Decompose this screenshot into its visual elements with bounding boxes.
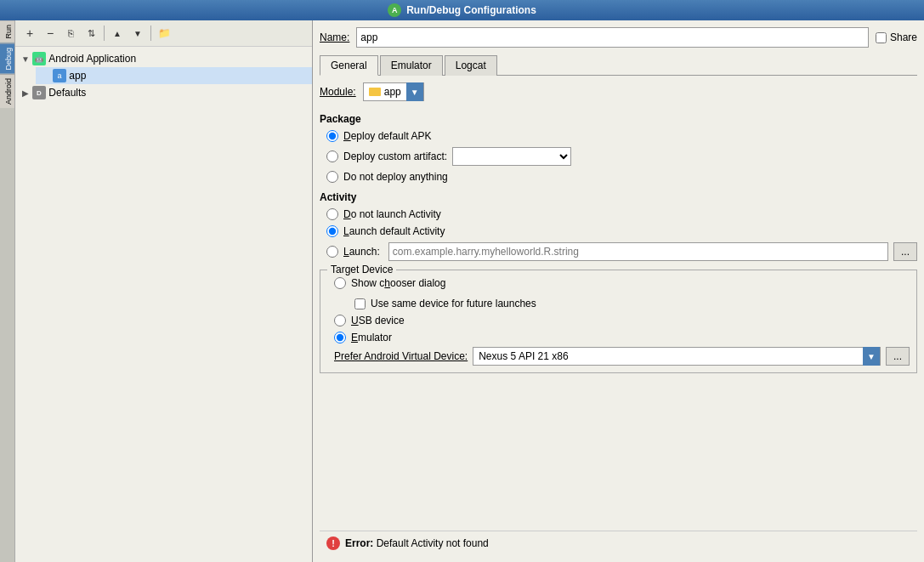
tree-view: ▼ 🤖 Android Application a app bbox=[15, 47, 312, 562]
nav-tab-run[interactable]: Run bbox=[0, 20, 14, 43]
share-checkbox-area: Share bbox=[876, 31, 917, 43]
target-device-radio-group: Show chooser dialog Use same device for … bbox=[327, 277, 910, 343]
emulator-label: Emulator bbox=[351, 332, 392, 343]
android-icon: 🤖 bbox=[32, 52, 46, 65]
avd-select-value: Nexus 5 API 21 x86 bbox=[473, 350, 863, 362]
show-chooser-radio[interactable] bbox=[334, 277, 346, 289]
show-chooser-row: Show chooser dialog bbox=[334, 277, 910, 289]
sidebar: + − ⎘ ⇅ ▲ ▼ 📁 ▼ 🤖 Android Application bbox=[15, 20, 313, 562]
share-label: Share bbox=[890, 31, 917, 43]
move-up-button[interactable]: ▲ bbox=[108, 24, 127, 43]
activity-radio-group: Do not launch Activity Launch default Ac… bbox=[320, 208, 917, 261]
emulator-row: Emulator bbox=[334, 332, 910, 343]
do-not-deploy-row: Do not deploy anything bbox=[326, 171, 917, 183]
move-down-button[interactable]: ▼ bbox=[128, 24, 147, 43]
avd-browse-button[interactable]: ... bbox=[886, 347, 910, 366]
tab-logcat[interactable]: Logcat bbox=[445, 55, 497, 76]
use-same-device-label: Use same device for future launches bbox=[371, 298, 536, 309]
copy-config-button[interactable]: ⎘ bbox=[61, 24, 80, 43]
error-icon: ! bbox=[326, 536, 340, 550]
title-bar: A Run/Debug Configurations bbox=[0, 0, 924, 20]
target-device-legend: Target Device bbox=[327, 264, 396, 275]
deploy-default-radio[interactable] bbox=[326, 130, 338, 142]
do-not-deploy-radio[interactable] bbox=[326, 171, 338, 183]
run-debug-configurations-window: A Run/Debug Configurations Run Debug And… bbox=[0, 0, 924, 562]
tree-android-application[interactable]: ▼ 🤖 Android Application bbox=[15, 50, 312, 67]
sidebar-toolbar: + − ⎘ ⇅ ▲ ▼ 📁 bbox=[15, 20, 312, 47]
launch-default-row: Launch default Activity bbox=[326, 225, 917, 237]
launch-browse-button[interactable]: ... bbox=[893, 242, 917, 261]
nav-tab-debug[interactable]: Debug bbox=[0, 43, 14, 74]
module-select-value: app bbox=[364, 86, 406, 98]
deploy-custom-select[interactable] bbox=[452, 147, 571, 166]
error-bar: ! Error: Default Activity not found bbox=[320, 531, 917, 555]
avd-label: Prefer Android Virtual Device: bbox=[334, 350, 468, 362]
tab-emulator[interactable]: Emulator bbox=[380, 55, 443, 76]
defaults-icon: D bbox=[32, 86, 46, 99]
launch-default-radio[interactable] bbox=[326, 225, 338, 237]
name-input[interactable] bbox=[356, 27, 869, 48]
tabs-bar: General Emulator Logcat bbox=[320, 54, 917, 76]
launch-specific-label: Launch: bbox=[343, 246, 380, 258]
module-dropdown-button[interactable]: ▼ bbox=[406, 82, 423, 101]
package-radio-group: Deploy default APK Deploy custom artifac… bbox=[320, 130, 917, 183]
do-not-deploy-label: Do not deploy anything bbox=[343, 171, 448, 183]
deploy-custom-row: Deploy custom artifact: bbox=[326, 147, 917, 166]
do-not-launch-radio[interactable] bbox=[326, 208, 338, 220]
avd-row: Prefer Android Virtual Device: Nexus 5 A… bbox=[327, 347, 910, 366]
error-message: Default Activity not found bbox=[377, 537, 489, 549]
tree-defaults-item[interactable]: ▶ D Defaults bbox=[15, 84, 312, 101]
config-content: Module: app ▼ Package Deploy default AP bbox=[320, 82, 917, 531]
toolbar-separator-2 bbox=[150, 26, 151, 41]
deploy-custom-radio[interactable] bbox=[326, 150, 338, 162]
tree-toggle-android[interactable]: ▼ bbox=[19, 52, 32, 65]
share-checkbox[interactable] bbox=[876, 32, 887, 43]
error-label: Error: bbox=[345, 537, 373, 549]
do-not-launch-label: Do not launch Activity bbox=[343, 208, 441, 220]
right-panel: Name: Share General Emulator Logcat Modu… bbox=[313, 20, 924, 562]
tab-general[interactable]: General bbox=[320, 55, 378, 76]
use-same-device-row: Use same device for future launches bbox=[334, 298, 910, 309]
launch-specific-row: Launch: ... bbox=[326, 242, 917, 261]
android-application-label: Android Application bbox=[48, 53, 136, 65]
avd-dropdown-button[interactable]: ▼ bbox=[863, 347, 880, 366]
deploy-default-label: Deploy default APK bbox=[343, 130, 431, 142]
usb-device-radio[interactable] bbox=[334, 315, 346, 326]
usb-device-row: USB device bbox=[334, 315, 910, 326]
app-module-icon: a bbox=[53, 69, 66, 82]
package-section-label: Package bbox=[320, 113, 917, 125]
use-same-device-checkbox[interactable] bbox=[354, 298, 366, 309]
module-value-text: app bbox=[384, 86, 401, 98]
usb-device-label: USB device bbox=[351, 315, 405, 326]
launch-specific-input[interactable] bbox=[388, 242, 888, 261]
app-label: app bbox=[69, 70, 86, 82]
module-select[interactable]: app ▼ bbox=[363, 82, 424, 101]
do-not-launch-row: Do not launch Activity bbox=[326, 208, 917, 220]
defaults-label: Defaults bbox=[48, 87, 86, 99]
module-label: Module: bbox=[320, 86, 356, 98]
name-field-label: Name: bbox=[320, 31, 349, 43]
title-bar-icon: A bbox=[388, 3, 401, 17]
module-folder-icon bbox=[369, 88, 381, 96]
tree-toggle-defaults[interactable]: ▶ bbox=[19, 86, 32, 99]
tree-toggle-app bbox=[39, 69, 53, 82]
toolbar-separator-1 bbox=[104, 26, 105, 41]
launch-specific-radio[interactable] bbox=[326, 246, 338, 258]
add-config-button[interactable]: + bbox=[20, 24, 39, 43]
create-folder-button[interactable]: 📁 bbox=[155, 24, 173, 43]
target-device-group: Target Device Show chooser dialog Use sa… bbox=[320, 270, 917, 373]
module-row: Module: app ▼ bbox=[320, 82, 917, 101]
name-row: Name: Share bbox=[320, 27, 917, 48]
tree-app-item[interactable]: a app bbox=[36, 67, 312, 84]
avd-select[interactable]: Nexus 5 API 21 x86 ▼ bbox=[473, 347, 881, 366]
deploy-default-row: Deploy default APK bbox=[326, 130, 917, 142]
emulator-radio[interactable] bbox=[334, 332, 346, 343]
remove-config-button[interactable]: − bbox=[41, 24, 60, 43]
activity-section-label: Activity bbox=[320, 191, 917, 203]
launch-default-label: Launch default Activity bbox=[343, 225, 445, 237]
move-config-button[interactable]: ⇅ bbox=[82, 24, 100, 43]
error-text: Error: Default Activity not found bbox=[345, 537, 489, 549]
nav-tab-android[interactable]: Android bbox=[0, 74, 14, 108]
deploy-custom-label: Deploy custom artifact: bbox=[343, 150, 447, 162]
title-bar-text: Run/Debug Configurations bbox=[406, 4, 536, 16]
